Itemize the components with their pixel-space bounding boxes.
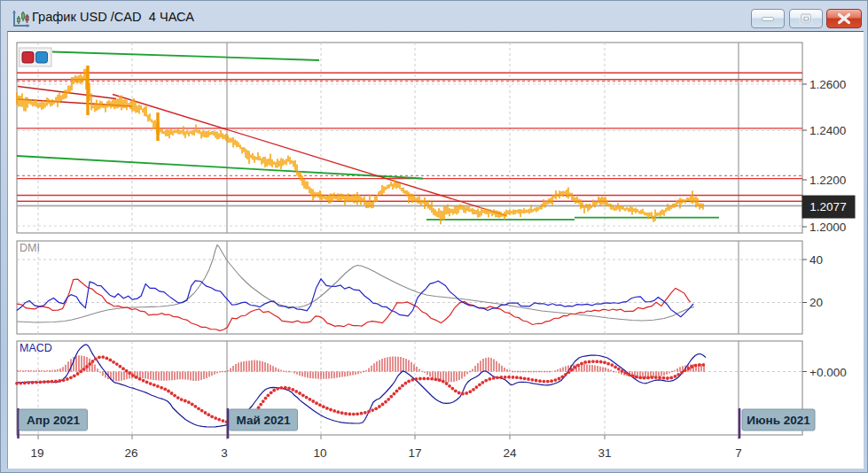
svg-text:1.2600: 1.2600 — [809, 78, 846, 91]
svg-text:1.2000: 1.2000 — [809, 221, 846, 234]
svg-text:7: 7 — [735, 446, 742, 460]
svg-text:26: 26 — [124, 446, 137, 460]
svg-text:31: 31 — [598, 446, 611, 460]
svg-text:Апр 2021: Апр 2021 — [27, 414, 80, 427]
svg-text:1.2077: 1.2077 — [809, 200, 846, 213]
svg-text:MACD: MACD — [20, 342, 52, 354]
svg-text:+0.000: +0.000 — [809, 366, 847, 379]
svg-text:20: 20 — [809, 296, 823, 309]
svg-text:DMI: DMI — [20, 242, 40, 254]
svg-text:24: 24 — [503, 446, 517, 460]
svg-text:40: 40 — [809, 253, 823, 267]
svg-text:1.2400: 1.2400 — [809, 124, 846, 137]
svg-text:1.2200: 1.2200 — [809, 174, 846, 187]
svg-text:17: 17 — [408, 446, 421, 460]
svg-text:Май 2021: Май 2021 — [236, 414, 290, 427]
svg-text:19: 19 — [30, 446, 43, 460]
svg-text:3: 3 — [221, 446, 228, 460]
svg-text:10: 10 — [313, 446, 326, 460]
svg-text:Июнь 2021: Июнь 2021 — [747, 414, 810, 427]
